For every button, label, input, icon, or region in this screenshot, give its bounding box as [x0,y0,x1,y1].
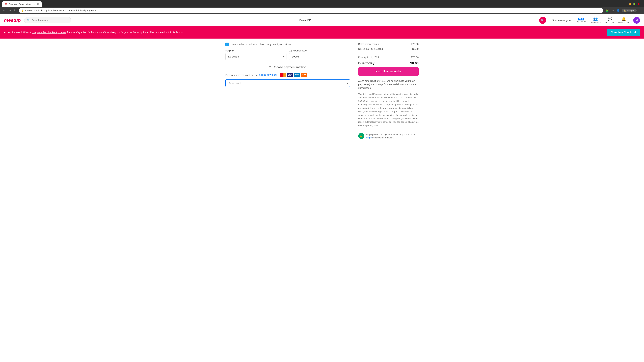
region-group: Region* Delaware [226,49,286,60]
due-today-amount: $0.00 [410,61,418,65]
card-icons: VISA AMEX DISC [280,73,307,77]
nav-actions: 🧩 ☆ 👤 🕵️ Incognito ⋮ [605,8,642,13]
back-button[interactable]: ← [2,8,6,13]
checkbox-checked-icon: ✓ [226,42,229,46]
due-date-amount: $70.00 [411,56,418,59]
due-today-label: Due today [358,61,374,65]
card-select[interactable]: Select card [226,79,350,87]
connections-label: Connections [590,21,601,24]
due-date-line: Due April 11, 2024 $70.00 [358,56,418,59]
subscription-note: Your full-priced Pro subscription will b… [358,92,418,127]
tax-amount: $0.00 [412,47,418,50]
zip-input[interactable] [289,53,350,60]
checkbox-row: ✓ I confirm that the selection above is … [226,42,350,46]
discover-icon: DISC [301,73,307,77]
tax-line: DE Sales Tax (0.00%) $0.00 [358,47,418,50]
messages-button[interactable]: 💬 Messages [605,17,614,24]
connections-button[interactable]: 👥 Connections [590,17,601,24]
payment-method-row: Pay with a saved card or use add a new c… [226,73,350,77]
order-summary: Billed every month $70.00 DE Sales Tax (… [358,42,418,142]
extensions-button[interactable]: 🧩 [605,8,610,13]
zip-label: Zip / Postal code* [289,49,350,52]
pro-badge-container[interactable]: PRO Try for free [576,18,586,23]
tab-title: Organizer Subscription - Paym… [9,3,36,5]
tab-close-icon[interactable]: ✕ [37,3,39,5]
address-form-row: Region* Delaware Zip / Postal code* [226,49,350,60]
region-select-wrapper: Delaware [226,53,286,60]
forward-button[interactable]: → [8,8,12,13]
stripe-text: Stripe processes payments for Meetup. Le… [366,133,418,139]
window-controls: — □ ✕ [629,3,642,5]
summary-divider [358,53,418,53]
card-select-wrapper: Select card ▾ [226,79,350,87]
review-order-button[interactable]: Next: Review order [358,67,418,76]
location-search-button[interactable]: 🔍 [539,17,546,24]
stripe-link[interactable]: Stripe [366,136,372,139]
address-text: meetup.com/subscription/checkout/pro/pay… [25,9,601,12]
incognito-badge: 🕵️ Incognito [622,9,636,12]
amex-icon: AMEX [294,73,300,77]
credit-note: A one-time credit of $19.58 will be appl… [358,79,418,90]
connections-icon: 👥 [593,17,598,21]
zip-group: Zip / Postal code* [289,49,350,60]
menu-button[interactable]: ⋮ [638,8,642,13]
avatar[interactable]: M [633,17,640,24]
form-section: ✓ I confirm that the selection above is … [226,42,358,142]
search-bar[interactable]: 🔍 Search events [24,17,71,23]
due-date-label: Due April 11, 2024 [358,56,379,59]
minimize-button[interactable]: — [629,3,631,5]
location-display: Dover, DE [299,19,311,22]
card-select-arrow-icon: ▾ [347,82,348,85]
billed-amount: $70.00 [411,42,418,45]
profile-button[interactable]: 👤 [616,8,620,13]
tab-bar: m Organizer Subscription - Paym… ✕ + — □… [0,0,644,7]
meetup-logo[interactable]: meetup [4,17,21,23]
pro-badge: PRO [578,18,584,20]
due-today-line: Due today $0.00 [358,60,418,65]
notifications-button[interactable]: 🔔 Notifications [618,17,629,24]
add-new-card-link[interactable]: add a new card [259,73,278,76]
tax-label: DE Sales Tax (0.00%) [358,47,383,50]
region-select[interactable]: Delaware [226,53,286,60]
mastercard-icon [280,73,286,77]
address-bar[interactable]: 🔒 meetup.com/subscription/checkout/pro/p… [18,8,604,13]
region-label: Region* [226,49,286,52]
browser-chrome: m Organizer Subscription - Paym… ✕ + — □… [0,0,644,14]
alert-banner: Action Required: Please complete the che… [0,26,644,38]
browser-nav: ← → ↻ 🔒 meetup.com/subscription/checkout… [0,7,644,14]
page-content: ✓ I confirm that the selection above is … [221,38,422,146]
alert-text-before: Action Required: Please [4,31,32,34]
stripe-row: 🔒 Stripe processes payments for Meetup. … [358,130,418,142]
search-icon: 🔍 [27,18,30,22]
site-header: meetup 🔍 Search events Dover, DE 🔍 Start… [0,14,644,26]
close-button[interactable]: ✕ [638,3,640,5]
stripe-text-after: uses your information. [372,136,394,139]
step2-heading: 2. Choose payment method [226,65,350,69]
start-group-link[interactable]: Start a new group [552,19,572,22]
complete-checkout-button[interactable]: Complete Checkout [607,29,640,36]
active-tab[interactable]: m Organizer Subscription - Paym… ✕ [2,1,42,7]
stripe-text-before: Stripe processes payments for Meetup. Le… [366,133,414,136]
messages-icon: 💬 [608,17,612,21]
new-tab-button[interactable]: + [42,2,46,6]
payment-text: Pay with a saved card or use [226,73,258,76]
alert-text: Action Required: Please complete the che… [4,30,183,34]
incognito-label: Incognito [627,9,635,12]
reload-button[interactable]: ↻ [14,8,17,13]
header-actions: Start a new group PRO Try for free 👥 Con… [552,17,640,24]
checkbox-label: I confirm that the selection above is my… [231,43,293,45]
lock-icon: 🔒 [21,9,24,12]
search-placeholder: Search events [32,19,48,22]
maximize-button[interactable]: □ [633,3,636,5]
bell-icon: 🔔 [622,17,626,21]
checkout-link[interactable]: complete the checkout process [32,31,66,34]
billed-line: Billed every month $70.00 [358,42,418,45]
bookmark-button[interactable]: ☆ [611,8,614,13]
notifications-label: Notifications [618,21,629,24]
messages-label: Messages [605,21,614,24]
incognito-icon: 🕵️ [624,9,626,12]
alert-text-after: for your Organizer Subscription. Otherwi… [66,31,183,34]
billed-label: Billed every month [358,42,379,45]
try-free-text: Try for free [576,20,586,23]
visa-icon: VISA [287,73,293,77]
